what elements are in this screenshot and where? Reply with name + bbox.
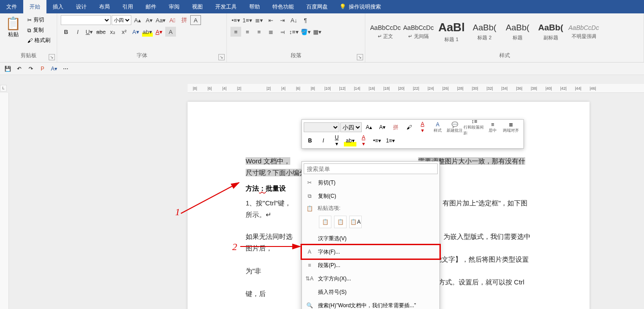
paste-text-only[interactable]: 📋A [349,216,362,228]
align-center-button[interactable]: ≡ [242,27,253,37]
tab-help[interactable]: 帮助 [243,0,266,13]
change-case-button[interactable]: Aa▾ [155,15,166,25]
context-search-input[interactable] [304,163,438,174]
mini-highlight[interactable]: ab▾ [344,135,356,146]
text-effects-button[interactable]: A▾ [130,27,141,37]
char-shading-button[interactable]: A [165,27,176,37]
mini-size-select[interactable]: 小四 [340,122,362,132]
show-marks-button[interactable]: ¶ [300,15,311,25]
style-nospacing[interactable]: AaBbCcDc↵ 无间隔 [402,15,435,48]
increase-indent-button[interactable]: ⇥ [277,15,288,25]
mini-grow-font[interactable]: A▴ [363,121,375,133]
powerpoint-icon[interactable]: P [38,65,46,73]
paste-keep-source[interactable]: 📋 [319,216,331,228]
tell-me-search[interactable]: 💡 操作说明搜索 [334,3,386,11]
vertical-ruler[interactable] [0,93,9,309]
ctx-insert-symbol[interactable]: 插入符号(S) [302,285,439,299]
highlight-button[interactable]: ab▾ [142,27,153,37]
ctx-paragraph[interactable]: ≡段落(P)... [302,259,439,272]
numbering-button[interactable]: 1≡▾ [242,15,253,25]
underline-button[interactable]: U▾ [84,27,95,37]
mini-new-comment[interactable]: 💬新建批注 [447,121,463,133]
sort-button[interactable]: A↓ [289,15,299,25]
justify-button[interactable]: ≣ [265,27,276,37]
mini-center[interactable]: ≡居中 [486,121,499,133]
bullets-button[interactable]: •≡▾ [230,15,241,25]
char-border-button[interactable]: A [190,15,201,25]
borders-button[interactable]: ▦▾ [312,27,322,37]
mini-bullets[interactable]: •≡▾ [371,135,383,146]
grow-font-button[interactable]: A▴ [132,15,143,25]
tab-review[interactable]: 审阅 [163,0,186,13]
tab-developer[interactable]: 开发工具 [209,0,243,13]
bold-button[interactable]: B [61,27,71,37]
copy-button[interactable]: ⧉复制 [25,25,53,35]
superscript-button[interactable]: x² [119,27,130,37]
tab-view[interactable]: 视图 [186,0,209,13]
ctx-font[interactable]: A字体(F)... [302,245,439,259]
style-title[interactable]: AaBb(标题 [501,15,534,48]
mini-line-spacing[interactable]: ↕≡行和段落间距 [464,121,485,133]
qat-more-button[interactable]: ⋯ [62,65,70,73]
multilevel-button[interactable]: ≣▾ [254,15,264,25]
font-dialog-launcher[interactable]: ↘ [218,54,225,60]
font-color-button[interactable]: A▾ [154,27,164,37]
undo-button[interactable]: ↶ [15,65,23,73]
shading-button[interactable]: 🪣▾ [300,27,311,37]
style-heading2[interactable]: AaBb(标题 2 [468,15,501,48]
style-normal[interactable]: AaBbCcDc↵ 正文 [369,15,402,48]
style-subtle-emphasis[interactable]: AaBbCcDc不明显强调 [567,15,600,48]
subscript-button[interactable]: x₂ [107,27,118,37]
ctx-text-direction[interactable]: ⇅A文字方向(X)... [302,272,439,285]
strikethrough-button[interactable]: abc [96,27,106,37]
redo-button[interactable]: ↷ [27,65,35,73]
paste-merge[interactable]: 📋 [334,216,347,228]
mini-font-color2[interactable]: A▾ [357,135,370,146]
distribute-button[interactable]: ⫤ [277,27,288,37]
font-a-icon[interactable]: A▾ [50,65,58,73]
paragraph-dialog-launcher[interactable]: ↘ [357,54,363,60]
italic-button[interactable]: I [72,27,83,37]
mini-font-select[interactable] [304,122,339,132]
ctx-reconvert[interactable]: 汉字重选(V) [302,232,439,245]
save-button[interactable]: 💾 [4,65,12,73]
decrease-indent-button[interactable]: ⇤ [265,15,276,25]
paste-button[interactable]: 📋 粘贴 [4,15,23,39]
mini-underline[interactable]: U▾ [330,135,343,146]
clear-format-button[interactable]: A⃠ [167,15,178,25]
format-painter-button[interactable]: 🖌格式刷 [25,36,53,45]
style-heading1[interactable]: AaBl标题 1 [435,15,468,48]
mini-bold[interactable]: B [304,135,316,146]
mini-phonetic[interactable]: 拼 [389,121,402,133]
shrink-font-button[interactable]: A▾ [144,15,155,25]
mini-italic[interactable]: I [317,135,330,146]
mini-font-color[interactable]: A▾ [416,121,429,133]
horizontal-ruler[interactable]: |8| |6| |4| |2| |2| |4| |6| |8| |10| |12… [188,84,644,93]
style-subtitle[interactable]: AaBb(副标题 [534,15,567,48]
mini-styles[interactable]: A样式 [430,121,446,133]
mini-justify[interactable]: ≣两端对齐 [500,121,522,133]
mini-format-painter[interactable]: 🖌 [403,121,415,133]
line-spacing-button[interactable]: ↕≡▾ [289,27,299,37]
tab-references[interactable]: 引用 [116,0,139,13]
align-right-button[interactable]: ≡ [254,27,264,37]
tab-layout[interactable]: 布局 [93,0,116,13]
align-left-button[interactable]: ≡ [230,27,241,37]
tab-home[interactable]: 开始 [23,0,46,13]
phonetic-button[interactable]: 拼 [179,15,189,25]
tab-mailings[interactable]: 邮件 [139,0,163,13]
tab-insert[interactable]: 插入 [46,0,70,13]
font-family-select[interactable] [61,15,111,25]
cut-button[interactable]: ✂剪切 [25,15,53,25]
tab-baidu[interactable]: 百度网盘 [300,0,334,13]
font-size-select[interactable]: 小四 [112,15,131,25]
ctx-search[interactable]: 🔍搜索(H)"Word文档中，我们经常需要插..." [302,299,439,309]
mini-numbering[interactable]: 1≡▾ [384,135,397,146]
tab-special[interactable]: 特色功能 [266,0,300,13]
ctx-cut[interactable]: ✂剪切(T) [302,176,439,189]
tab-file[interactable]: 文件 [0,0,23,13]
clipboard-dialog-launcher[interactable]: ↘ [49,54,55,60]
mini-shrink-font[interactable]: A▾ [376,121,389,133]
tab-design[interactable]: 设计 [70,0,93,13]
ctx-copy[interactable]: ⧉复制(C) [302,189,439,203]
